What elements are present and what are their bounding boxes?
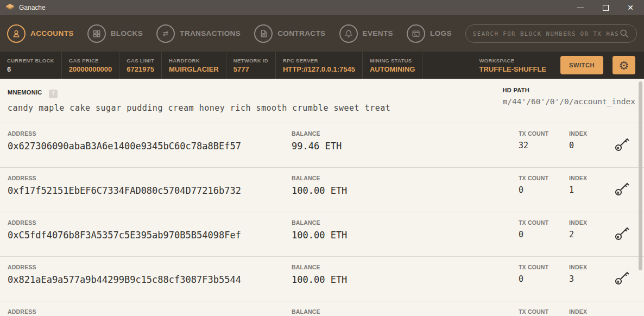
- maximize-button[interactable]: [597, 1, 614, 14]
- tab-events[interactable]: EVENTS: [339, 24, 393, 43]
- mnemonic-phrase: candy maple cake sugar pudding cream hon…: [8, 103, 390, 113]
- window-controls: ✕: [572, 1, 639, 14]
- scrollbar-thumb[interactable]: [639, 81, 642, 270]
- tx-count-column: TX COUNT 0: [519, 175, 569, 212]
- account-index: 0: [569, 141, 613, 150]
- window-title: Ganache: [19, 4, 46, 11]
- gear-icon: ⚙: [619, 60, 629, 71]
- show-private-key-button[interactable]: [614, 179, 632, 198]
- stat-label: GAS LIMIT: [127, 58, 154, 64]
- show-private-key-button[interactable]: [614, 313, 632, 316]
- account-row: ADDRESS 0x821aEa9a577a9b44299B9c15c88cf3…: [0, 257, 644, 301]
- account-address: 0x627306090abaB3A6e1400e9345bC60c78a8BEf…: [8, 141, 292, 151]
- balance-label: BALANCE: [292, 130, 519, 137]
- close-button[interactable]: ✕: [622, 1, 639, 14]
- tx-count-label: TX COUNT: [519, 130, 569, 137]
- stat-label: NETWORK ID: [233, 58, 268, 64]
- index-column: INDEX 3: [569, 264, 613, 301]
- key-icon: [614, 224, 632, 242]
- account-address: 0xC5fdf4076b8F3A5357c5E395ab970B5B54098F…: [8, 230, 292, 241]
- index-label: INDEX: [569, 264, 613, 270]
- tx-count-label: TX COUNT: [519, 219, 569, 226]
- close-icon: ✕: [627, 4, 634, 11]
- accounts-list: ADDRESS 0x627306090abaB3A6e1400e9345bC60…: [0, 123, 644, 316]
- account-index: 1: [569, 185, 613, 195]
- mnemonic-block: MNEMONIC ? candy maple cake sugar puddin…: [8, 87, 390, 123]
- stat-value: AUTOMINING: [370, 65, 415, 73]
- stat-label: RPC SERVER: [283, 58, 355, 64]
- ganache-logo-icon: [5, 3, 15, 12]
- account-balance: 100.00 ETH: [292, 274, 519, 285]
- search-icon[interactable]: [619, 28, 629, 39]
- stat-value: MUIRGLACIER: [169, 65, 219, 73]
- tx-count-label: TX COUNT: [519, 175, 569, 181]
- tab-label: LOGS: [430, 29, 452, 37]
- tab-label: ACCOUNTS: [30, 29, 74, 37]
- stat-value: 6721975: [127, 65, 154, 73]
- index-label: INDEX: [569, 130, 613, 137]
- tab-label: EVENTS: [363, 29, 393, 37]
- accounts-page: MNEMONIC ? candy maple cake sugar puddin…: [0, 79, 644, 316]
- account-row: ADDRESS 0xf17f52151EbEF6C7334FAD080c5704…: [0, 168, 644, 212]
- stat-gas-price: GAS PRICE 20000000000: [62, 52, 120, 79]
- user-icon: [7, 24, 26, 43]
- show-private-key-button[interactable]: [614, 135, 632, 153]
- stat-rpc-server: RPC SERVER HTTP://127.0.0.1:7545: [276, 52, 363, 79]
- address-column: ADDRESS 0xC5fdf4076b8F3A5357c5E395ab970B…: [8, 219, 292, 256]
- search-bar: [465, 24, 637, 43]
- balance-label: BALANCE: [292, 175, 519, 181]
- blocks-grid-icon: [87, 24, 106, 43]
- maximize-icon: [603, 5, 609, 11]
- stat-label: WORKSPACE: [479, 58, 546, 64]
- settings-button[interactable]: ⚙: [613, 56, 635, 74]
- search-input[interactable]: [473, 30, 619, 37]
- stat-label: MINING STATUS: [370, 58, 415, 64]
- account-address: 0xf17f52151EbEF6C7334FAD080c5704D77216b7…: [8, 185, 292, 196]
- account-row: ADDRESS 0x627306090abaB3A6e1400e9345bC60…: [0, 123, 644, 168]
- stat-value: 6: [7, 65, 54, 73]
- stat-value: 20000000000: [69, 65, 112, 73]
- stat-gas-limit: GAS LIMIT 6721975: [119, 52, 162, 79]
- switch-workspace-button[interactable]: SWITCH: [560, 56, 603, 74]
- tx-count-label: TX COUNT: [519, 308, 569, 315]
- index-column: INDEX 1: [569, 175, 613, 212]
- tab-label: BLOCKS: [111, 29, 143, 37]
- mnemonic-section: MNEMONIC ? candy maple cake sugar puddin…: [0, 79, 644, 123]
- tx-count-column: TX COUNT: [519, 308, 569, 316]
- stat-label: GAS PRICE: [69, 58, 112, 64]
- document-icon: [254, 24, 273, 43]
- show-private-key-button[interactable]: [614, 268, 632, 287]
- statusbar: CURRENT BLOCK 6 GAS PRICE 20000000000 GA…: [0, 52, 644, 79]
- tab-contracts[interactable]: CONTRACTS: [254, 24, 325, 43]
- tab-label: CONTRACTS: [277, 29, 325, 37]
- hd-path-label: HD PATH: [503, 87, 635, 93]
- mnemonic-label: MNEMONIC: [8, 89, 42, 96]
- account-row: ADDRESS BALANCE TX COUNT INDEX: [0, 301, 644, 316]
- show-private-key-button[interactable]: [614, 224, 632, 242]
- balance-column: BALANCE: [292, 308, 519, 316]
- key-icon: [614, 180, 632, 197]
- mnemonic-help-icon[interactable]: ?: [49, 90, 58, 98]
- key-icon: [614, 135, 632, 153]
- index-column: INDEX: [569, 308, 613, 316]
- address-column: ADDRESS 0x627306090abaB3A6e1400e9345bC60…: [8, 130, 292, 167]
- key-icon: [614, 313, 632, 316]
- tab-label: TRANSACTIONS: [180, 29, 241, 37]
- account-row: ADDRESS 0xC5fdf4076b8F3A5357c5E395ab970B…: [0, 212, 644, 257]
- account-tx-count: 32: [519, 141, 569, 150]
- key-icon: [614, 269, 632, 286]
- stat-label: CURRENT BLOCK: [7, 58, 54, 64]
- stat-hardfork: HARDFORK MUIRGLACIER: [162, 52, 226, 79]
- tab-logs[interactable]: LOGS: [407, 24, 452, 43]
- account-index: 3: [569, 274, 613, 284]
- tab-transactions[interactable]: TRANSACTIONS: [156, 24, 241, 43]
- minimize-button[interactable]: [572, 1, 589, 14]
- tab-blocks[interactable]: BLOCKS: [87, 24, 143, 43]
- stat-value: HTTP://127.0.0.1:7545: [283, 65, 355, 73]
- account-tx-count: 0: [519, 274, 569, 284]
- index-label: INDEX: [569, 219, 613, 226]
- bell-icon: [339, 24, 358, 43]
- hd-path-block: HD PATH m/44'/60'/0'/0/account_index: [503, 87, 635, 123]
- index-column: INDEX 0: [569, 130, 613, 167]
- tab-accounts[interactable]: ACCOUNTS: [7, 24, 74, 43]
